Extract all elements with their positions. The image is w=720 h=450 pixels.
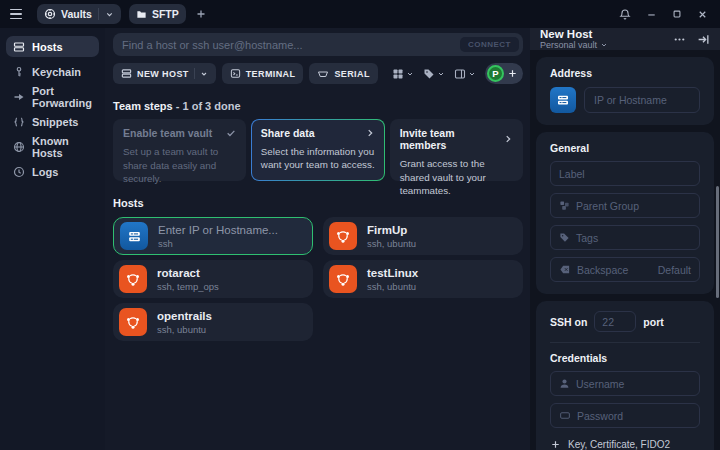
team-step-card-invite-members[interactable]: Invite team members Grant access to the … <box>390 119 523 181</box>
tag-icon <box>423 68 435 80</box>
backspace-label: Backspace <box>577 264 628 276</box>
parent-group-placeholder: Parent Group <box>576 200 639 212</box>
sidebar-item-logs[interactable]: Logs <box>6 161 99 182</box>
terminal-label: TERMINAL <box>246 69 296 79</box>
new-host-button[interactable]: NEW HOST <box>113 63 216 84</box>
terminal-button[interactable]: TERMINAL <box>222 63 304 84</box>
tags-field[interactable]: Tags <box>550 225 700 250</box>
view-mode-dropdown[interactable] <box>392 68 414 80</box>
host-title: Enter IP or Hostname... <box>158 223 278 237</box>
host-title: testLinux <box>367 266 418 280</box>
team-step-description: Select the information you want your tea… <box>261 145 375 172</box>
check-icon <box>226 128 236 138</box>
grid-view-icon <box>392 68 404 80</box>
sidebar-item-label: Keychain <box>32 66 81 78</box>
vault-selector-label: Personal vault <box>540 40 597 50</box>
address-input[interactable] <box>584 87 700 113</box>
window-minimize-icon[interactable] <box>646 9 657 20</box>
sidebar-item-label: Snippets <box>32 116 78 128</box>
chevron-right-icon <box>365 128 375 138</box>
collapse-panel-icon[interactable] <box>697 33 710 46</box>
connect-badge[interactable]: CONNECT <box>460 37 519 52</box>
tags-filter-dropdown[interactable] <box>423 68 445 80</box>
sidebar-item-port-forwarding[interactable]: Port Forwarding <box>6 86 99 107</box>
add-key-certificate-button[interactable]: Key, Certificate, FIDO2 <box>550 439 700 450</box>
more-options-icon[interactable] <box>673 33 686 46</box>
username-placeholder: Username <box>576 378 624 390</box>
hamburger-menu-icon[interactable] <box>10 6 26 22</box>
port-label: port <box>643 316 663 328</box>
sidebar-item-label: Logs <box>32 166 58 178</box>
serial-button[interactable]: SERIAL <box>309 63 377 84</box>
team-step-title: Invite team members <box>400 127 503 151</box>
tags-placeholder: Tags <box>576 232 598 244</box>
sftp-tab-label: SFTP <box>152 8 179 20</box>
chevron-down-icon[interactable] <box>200 70 208 78</box>
vault-icon <box>44 8 56 20</box>
terminal-icon <box>230 68 241 79</box>
credentials-title: Credentials <box>550 352 700 364</box>
add-account-plus-icon[interactable] <box>507 68 518 79</box>
host-subtitle: ssh, temp_ops <box>157 281 219 292</box>
main-content: CONNECT NEW HOST TERMINAL <box>105 28 530 450</box>
account-pill[interactable]: P <box>485 63 523 84</box>
tab-sftp[interactable]: SFTP <box>129 4 186 24</box>
add-key-label: Key, Certificate, FIDO2 <box>568 439 670 450</box>
host-title: rotaract <box>157 266 219 280</box>
host-card-rotaract[interactable]: rotaract ssh, temp_ops <box>113 260 313 298</box>
vaults-dropdown[interactable]: Vaults <box>37 4 121 24</box>
chevron-right-icon <box>503 134 513 144</box>
sidebar-item-label: Known Hosts <box>32 135 92 159</box>
password-field[interactable]: Password <box>550 403 700 428</box>
notifications-bell-icon[interactable] <box>619 8 631 21</box>
host-card-new[interactable]: Enter IP or Hostname... ssh <box>113 217 313 255</box>
label-input[interactable] <box>550 161 700 186</box>
address-section-title: Address <box>550 67 700 79</box>
username-field[interactable]: Username <box>550 371 700 396</box>
layout-panel-icon <box>454 68 466 80</box>
team-steps-header: Team steps - 1 of 3 done <box>113 100 523 112</box>
sidebar-item-label: Hosts <box>32 41 63 53</box>
ubuntu-icon <box>329 265 357 293</box>
vaults-label: Vaults <box>61 8 92 20</box>
host-card-firmup[interactable]: FirmUp ssh, ubuntu <box>323 217 523 255</box>
host-subtitle: ssh <box>158 238 278 249</box>
team-step-title: Share data <box>261 127 315 139</box>
title-bar: Vaults SFTP <box>0 0 720 28</box>
port-input[interactable] <box>594 311 636 332</box>
user-avatar[interactable]: P <box>487 65 504 82</box>
ubuntu-icon <box>119 265 147 293</box>
hosts-header: Hosts <box>113 197 523 209</box>
team-steps-title: Team steps <box>113 100 173 112</box>
layout-dropdown[interactable] <box>454 68 476 80</box>
host-subtitle: ssh, ubuntu <box>367 281 418 292</box>
panel-scrollbar[interactable] <box>716 186 719 298</box>
window-close-icon[interactable] <box>697 9 708 20</box>
server-grid-icon <box>121 68 132 79</box>
team-step-card-enable-vault[interactable]: Enable team vault Set up a team vault to… <box>113 119 246 181</box>
general-section: General Parent Group Tags <box>536 132 714 294</box>
new-tab-plus-icon[interactable] <box>195 8 207 20</box>
sidebar-item-snippets[interactable]: Snippets <box>6 111 99 132</box>
new-host-panel: New Host Personal vault Address <box>530 28 720 450</box>
user-icon <box>559 378 570 389</box>
backspace-field[interactable]: Backspace Default <box>550 257 700 282</box>
serial-port-icon <box>317 69 329 79</box>
ssh-section: SSH on port Credentials Username Pas <box>536 301 714 450</box>
sidebar-item-keychain[interactable]: Keychain <box>6 61 99 82</box>
sidebar: Hosts Keychain Port Forwarding Snippets … <box>0 28 105 450</box>
window-maximize-icon[interactable] <box>672 9 682 19</box>
parent-group-field[interactable]: Parent Group <box>550 193 700 218</box>
plus-icon <box>550 439 561 450</box>
host-card-opentrails[interactable]: opentrails ssh, ubuntu <box>113 303 313 341</box>
team-step-card-share-data[interactable]: Share data Select the information you wa… <box>251 119 384 181</box>
host-card-testlinux[interactable]: testLinux ssh, ubuntu <box>323 260 523 298</box>
team-step-description: Grant access to the shared vault to your… <box>400 157 513 198</box>
hosts-title: Hosts <box>113 197 144 209</box>
sidebar-item-known-hosts[interactable]: Known Hosts <box>6 136 99 157</box>
sidebar-item-hosts[interactable]: Hosts <box>6 36 99 57</box>
password-icon <box>559 410 571 421</box>
vault-selector[interactable]: Personal vault <box>540 40 608 50</box>
new-host-label: NEW HOST <box>137 69 189 79</box>
ubuntu-icon <box>119 308 147 336</box>
